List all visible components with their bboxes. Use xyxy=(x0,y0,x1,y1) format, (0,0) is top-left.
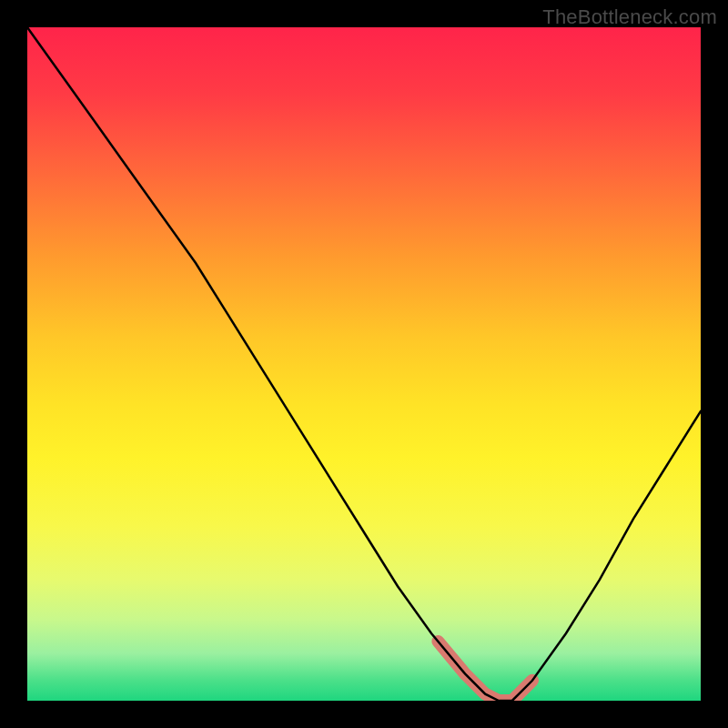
curve-svg xyxy=(27,27,701,701)
chart-frame: TheBottleneck.com xyxy=(0,0,728,728)
watermark-text: TheBottleneck.com xyxy=(542,5,717,29)
plot-area xyxy=(27,27,701,701)
bottleneck-curve xyxy=(27,27,701,701)
optimal-range-band xyxy=(438,642,532,701)
